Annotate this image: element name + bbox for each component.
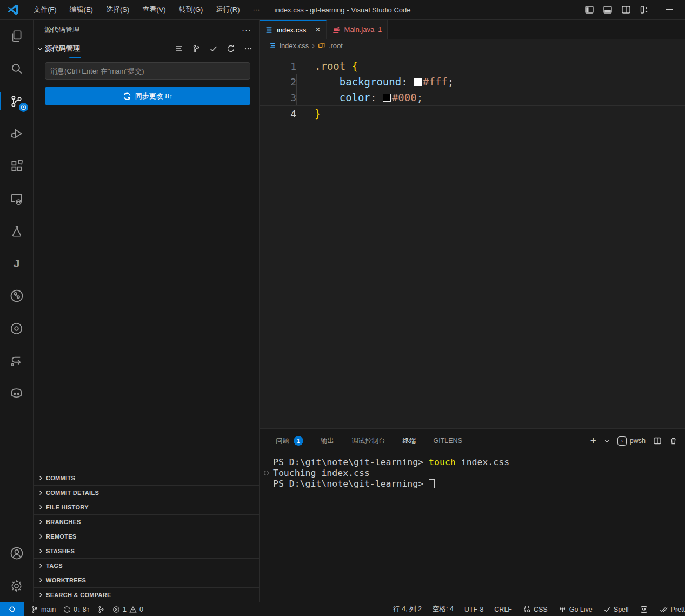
graph-icon bbox=[97, 606, 105, 613]
close-tab-icon[interactable]: × bbox=[315, 25, 320, 35]
go-live-button[interactable]: Go Live bbox=[553, 605, 598, 613]
new-terminal-icon[interactable]: + bbox=[590, 435, 596, 447]
tab-gitlens[interactable]: GITLENS bbox=[434, 429, 463, 453]
refresh-icon[interactable] bbox=[227, 44, 235, 53]
split-terminal-icon[interactable] bbox=[653, 436, 662, 445]
sidebar-more-actions-icon[interactable]: ··· bbox=[242, 25, 251, 34]
git-branch-icon bbox=[31, 606, 38, 613]
sync-button-label: 同步更改 8↑ bbox=[135, 91, 172, 101]
view-graph-icon[interactable] bbox=[192, 44, 201, 53]
eol-sequence[interactable]: CRLF bbox=[489, 606, 517, 613]
css-file-icon bbox=[269, 42, 276, 49]
view-as-list-icon[interactable] bbox=[175, 44, 183, 53]
terminal-instance[interactable]: › pwsh bbox=[617, 436, 646, 446]
menu-goto[interactable]: 转到(G) bbox=[172, 3, 210, 17]
more-actions-icon[interactable] bbox=[244, 44, 252, 53]
customize-layout-icon[interactable] bbox=[640, 5, 649, 14]
color-swatch-white[interactable] bbox=[414, 78, 422, 86]
status-bar: main 0↓ 8↑ 1 0 行 4, 列 2 bbox=[0, 602, 685, 616]
extensions-icon[interactable] bbox=[0, 150, 34, 182]
gitlens-sections: COMMITS COMMIT DETAILS FILE HISTORY BRAN… bbox=[34, 471, 259, 602]
commit-check-icon[interactable] bbox=[209, 44, 218, 53]
sync-changes-button[interactable]: 同步更改 8↑ bbox=[45, 87, 250, 105]
code-line-3: 3 color: #000; bbox=[260, 90, 685, 105]
section-stashes[interactable]: STASHES bbox=[34, 544, 259, 558]
tab-index-css[interactable]: index.css × bbox=[260, 20, 327, 39]
color-swatch-black[interactable] bbox=[383, 94, 391, 102]
section-worktrees[interactable]: WORKTREES bbox=[34, 573, 259, 587]
breadcrumb-symbol[interactable]: .root bbox=[329, 42, 343, 50]
section-file-history[interactable]: FILE HISTORY bbox=[34, 500, 259, 514]
run-debug-icon[interactable] bbox=[0, 117, 34, 150]
gitlens-inspect-icon[interactable] bbox=[0, 312, 34, 345]
menu-view[interactable]: 查看(V) bbox=[136, 3, 172, 17]
commit-message-input[interactable] bbox=[45, 62, 250, 80]
menu-selection[interactable]: 选择(S) bbox=[99, 3, 136, 17]
language-mode[interactable]: CSS bbox=[517, 605, 553, 613]
section-remotes[interactable]: REMOTES bbox=[34, 529, 259, 544]
section-branches[interactable]: BRANCHES bbox=[34, 514, 259, 529]
remote-indicator[interactable] bbox=[0, 602, 24, 616]
sync-status[interactable]: 0↓ 8↑ bbox=[59, 606, 94, 613]
command-decoration-icon[interactable] bbox=[264, 471, 269, 475]
menu-file[interactable]: 文件(F) bbox=[27, 3, 63, 17]
section-commit-details[interactable]: COMMIT DETAILS bbox=[34, 485, 259, 500]
menu-edit[interactable]: 编辑(E) bbox=[63, 3, 99, 17]
code-editor[interactable]: 1 .root { 2 background: #fff; 3 color: #… bbox=[260, 52, 685, 428]
code-line-2: 2 background: #fff; bbox=[260, 74, 685, 90]
indent-guide bbox=[296, 90, 297, 105]
copilot-icon[interactable] bbox=[0, 377, 34, 409]
terminal-line-3: PS D:\git\note\git-learning> bbox=[273, 479, 685, 489]
menu-more[interactable]: ··· bbox=[246, 3, 266, 17]
settings-gear-icon[interactable] bbox=[0, 569, 34, 602]
braces-icon bbox=[523, 605, 531, 613]
terminal-dropdown-icon[interactable] bbox=[604, 438, 610, 444]
toggle-secondary-sidebar-icon[interactable] bbox=[622, 5, 630, 14]
chevron-right-icon bbox=[37, 504, 44, 511]
remote-explorer-icon[interactable] bbox=[0, 182, 34, 215]
toggle-sidebar-icon[interactable] bbox=[585, 5, 594, 14]
section-search-compare[interactable]: SEARCH & COMPARE bbox=[34, 587, 259, 602]
prettier-button[interactable]: Prett bbox=[654, 606, 685, 613]
accounts-icon[interactable] bbox=[0, 537, 34, 569]
search-icon[interactable] bbox=[0, 52, 34, 85]
minimize-icon[interactable] bbox=[666, 9, 673, 10]
tab-terminal[interactable]: 终端 bbox=[403, 429, 416, 453]
kill-terminal-trash-icon[interactable] bbox=[669, 436, 677, 445]
sync-pending-badge bbox=[19, 103, 28, 112]
gitlens-icon[interactable] bbox=[0, 280, 34, 312]
scm-graph-button[interactable] bbox=[94, 606, 109, 613]
testing-icon[interactable] bbox=[0, 215, 34, 247]
cursor-position[interactable]: 行 4, 列 2 bbox=[388, 605, 427, 614]
editor-tab-bar: index.css × Main.java 1 bbox=[260, 20, 685, 39]
menu-run[interactable]: 运行(R) bbox=[209, 3, 246, 17]
source-control-graph-icon[interactable] bbox=[0, 345, 34, 377]
chevron-right-icon bbox=[37, 548, 44, 554]
problems-indicator[interactable]: 1 0 bbox=[109, 606, 143, 613]
spell-checker[interactable]: Spell bbox=[598, 606, 634, 613]
branch-indicator[interactable]: main bbox=[27, 606, 59, 613]
code-line-4-current: 4 } bbox=[260, 105, 685, 121]
terminal-output[interactable]: PS D:\git\note\git-learning> touch index… bbox=[260, 453, 685, 602]
section-tags[interactable]: TAGS bbox=[34, 558, 259, 573]
breadcrumb-file[interactable]: index.css bbox=[280, 42, 309, 50]
check-icon bbox=[603, 606, 611, 613]
source-control-icon[interactable] bbox=[0, 85, 34, 117]
chevron-right-icon bbox=[37, 475, 44, 481]
indentation[interactable]: 空格: 4 bbox=[427, 605, 459, 614]
panel-tab-bar: 问题 1 输出 调试控制台 终端 GITLENS + › pwsh bbox=[260, 429, 685, 453]
github-button[interactable] bbox=[634, 605, 654, 614]
code-line-1: 1 .root { bbox=[260, 58, 685, 74]
tab-problems[interactable]: 问题 1 bbox=[276, 429, 303, 453]
tab-debug-console[interactable]: 调试控制台 bbox=[351, 429, 385, 453]
java-projects-icon[interactable]: J bbox=[0, 247, 34, 280]
breadcrumb: index.css › .root bbox=[260, 39, 685, 52]
tab-output[interactable]: 输出 bbox=[321, 429, 334, 453]
vscode-logo-icon bbox=[6, 3, 19, 16]
toggle-panel-icon[interactable] bbox=[603, 5, 612, 14]
explorer-icon[interactable] bbox=[0, 20, 34, 52]
tab-main-java[interactable]: Main.java 1 bbox=[327, 20, 388, 39]
encoding[interactable]: UTF-8 bbox=[459, 606, 489, 613]
section-commits[interactable]: COMMITS bbox=[34, 471, 259, 485]
scm-section-header[interactable]: 源代码管理 bbox=[34, 42, 259, 55]
